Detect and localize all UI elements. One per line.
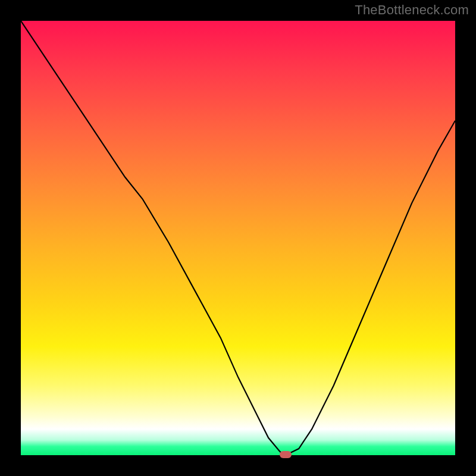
- chart-frame: TheBottleneck.com: [0, 0, 476, 476]
- minimum-marker: [280, 451, 292, 458]
- curve-layer: [21, 21, 455, 455]
- bottleneck-curve: [21, 21, 455, 455]
- plot-area: [21, 21, 455, 455]
- watermark-text: TheBottleneck.com: [355, 2, 469, 18]
